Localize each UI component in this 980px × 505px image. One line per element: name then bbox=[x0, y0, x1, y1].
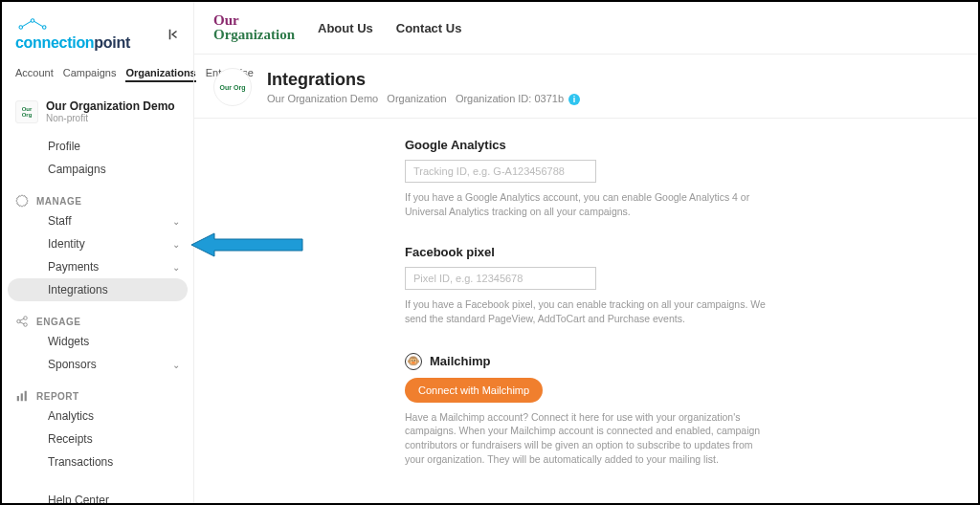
mc-title: 🐵 Mailchimp bbox=[405, 353, 768, 370]
sidebar-item-analytics[interactable]: Analytics bbox=[2, 405, 193, 428]
sidebar-item-campaigns[interactable]: Campaigns bbox=[2, 158, 193, 181]
org-topbar: Our Organization About Us Contact Us bbox=[194, 2, 978, 55]
svg-line-10 bbox=[20, 322, 24, 324]
page-header: Our Org Integrations Our Organization De… bbox=[194, 55, 978, 119]
page-title: Integrations bbox=[267, 70, 580, 90]
org-brand-logo: Our Organization bbox=[213, 13, 295, 42]
org-avatar: Our Org bbox=[15, 100, 38, 123]
svg-marker-14 bbox=[191, 233, 302, 256]
sidebar-item-integrations[interactable]: Integrations bbox=[8, 278, 188, 301]
logo-row: connectionpoint bbox=[2, 11, 193, 65]
section-mailchimp: 🐵 Mailchimp Connect with Mailchimp Have … bbox=[405, 353, 768, 467]
chevron-down-icon: ⌄ bbox=[172, 262, 180, 273]
settings-icon bbox=[15, 194, 29, 208]
svg-line-9 bbox=[20, 318, 24, 320]
svg-point-7 bbox=[24, 317, 28, 320]
svg-point-2 bbox=[43, 26, 47, 30]
report-icon bbox=[15, 389, 29, 403]
chevron-down-icon: ⌄ bbox=[172, 360, 180, 370]
topbar-link-about[interactable]: About Us bbox=[318, 21, 373, 35]
sidebar-section-report: REPORT bbox=[2, 384, 193, 405]
section-google-analytics: Google Analytics If you have a Google An… bbox=[405, 138, 768, 218]
svg-rect-11 bbox=[17, 396, 19, 401]
tab-account[interactable]: Account bbox=[15, 67, 54, 82]
ga-title: Google Analytics bbox=[405, 138, 768, 152]
sidebar-item-widgets[interactable]: Widgets bbox=[2, 330, 193, 353]
sidebar-item-receipts[interactable]: Receipts bbox=[2, 428, 193, 450]
org-name: Our Organization Demo bbox=[46, 99, 175, 113]
breadcrumb: Our Organization Demo Organization Organ… bbox=[267, 93, 580, 105]
collapse-sidebar-icon[interactable] bbox=[167, 28, 180, 41]
sidebar: connectionpoint Account Campaigns Organi… bbox=[2, 2, 193, 503]
svg-line-3 bbox=[23, 21, 32, 26]
tab-campaigns[interactable]: Campaigns bbox=[63, 67, 117, 82]
sidebar-item-help-center[interactable]: Help Center bbox=[2, 489, 193, 505]
svg-rect-12 bbox=[21, 393, 23, 401]
connectionpoint-logo: connectionpoint bbox=[15, 17, 130, 52]
org-type: Non-profit bbox=[46, 113, 175, 123]
sidebar-section-manage: MANAGE bbox=[2, 188, 193, 209]
svg-point-8 bbox=[24, 323, 28, 327]
topbar-link-contact[interactable]: Contact Us bbox=[396, 21, 462, 35]
sidebar-item-payments[interactable]: Payments⌄ bbox=[2, 255, 193, 278]
annotation-arrow bbox=[191, 231, 306, 258]
fb-pixel-id-input[interactable] bbox=[405, 267, 596, 290]
svg-point-1 bbox=[31, 19, 34, 23]
sidebar-item-transactions[interactable]: Transactions bbox=[2, 450, 193, 473]
mc-description: Have a Mailchimp account? Connect it her… bbox=[405, 410, 768, 467]
connect-mailchimp-button[interactable]: Connect with Mailchimp bbox=[405, 378, 543, 403]
account-tabs: Account Campaigns Organizations Enterpri… bbox=[2, 65, 193, 90]
fb-title: Facebook pixel bbox=[405, 245, 768, 259]
svg-rect-13 bbox=[25, 391, 27, 402]
chevron-down-icon: ⌄ bbox=[172, 216, 180, 227]
org-selector[interactable]: Our Org Our Organization Demo Non-profit bbox=[2, 90, 193, 131]
section-facebook-pixel: Facebook pixel If you have a Facebook pi… bbox=[405, 245, 768, 325]
org-header-avatar: Our Org bbox=[213, 68, 252, 106]
ga-tracking-id-input[interactable] bbox=[405, 160, 596, 183]
sidebar-item-identity[interactable]: Identity⌄ bbox=[2, 232, 193, 255]
info-icon[interactable]: i bbox=[568, 94, 580, 105]
chevron-down-icon: ⌄ bbox=[172, 239, 180, 250]
mailchimp-icon: 🐵 bbox=[405, 353, 422, 370]
svg-line-4 bbox=[34, 21, 43, 26]
svg-point-0 bbox=[19, 26, 23, 30]
sidebar-section-engage: ENGAGE bbox=[2, 309, 193, 330]
engage-icon bbox=[15, 315, 29, 328]
tab-organizations[interactable]: Organizations bbox=[125, 67, 195, 82]
ga-description: If you have a Google Analytics account, … bbox=[405, 190, 768, 218]
sidebar-item-staff[interactable]: Staff⌄ bbox=[2, 209, 193, 232]
main-panel: Our Organization About Us Contact Us Our… bbox=[193, 2, 978, 503]
content-area: Google Analytics If you have a Google An… bbox=[194, 119, 978, 505]
fb-description: If you have a Facebook pixel, you can en… bbox=[405, 297, 768, 325]
sidebar-item-profile[interactable]: Profile bbox=[2, 135, 193, 158]
sidebar-item-sponsors[interactable]: Sponsors⌄ bbox=[2, 353, 193, 376]
